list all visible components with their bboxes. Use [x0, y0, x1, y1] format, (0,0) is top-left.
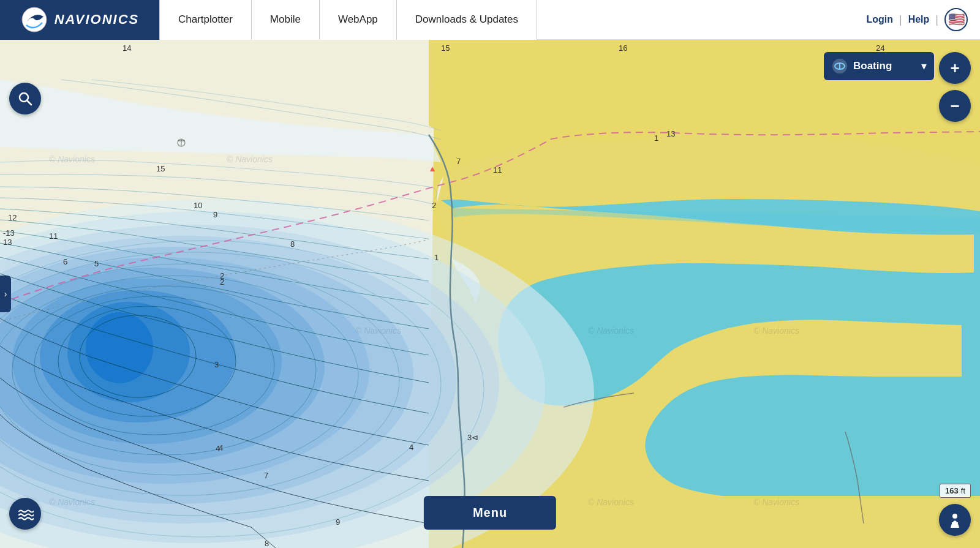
menu-button[interactable]: Menu [424, 496, 556, 530]
map-background: © Navionics © Navionics © Navionics © Na… [0, 40, 980, 548]
svg-point-68 [952, 514, 957, 519]
logo-area: NAVIONICS [0, 0, 159, 40]
chevron-down-icon: ▾ [921, 59, 927, 73]
svg-text:8: 8 [290, 239, 295, 249]
chevron-right-icon: › [4, 289, 7, 299]
svg-text:© Navionics: © Navionics [355, 326, 401, 336]
map-left-controls [9, 83, 41, 114]
svg-text:4: 4 [219, 443, 223, 452]
navionics-small-icon [831, 58, 848, 75]
nav-mobile[interactable]: Mobile [252, 0, 320, 40]
navbar: NAVIONICS Chartplotter Mobile WebApp Dow… [0, 0, 980, 40]
nav-right: Login | Help | 🇺🇸 [866, 8, 968, 31]
map-container[interactable]: © Navionics © Navionics © Navionics © Na… [0, 40, 980, 548]
login-link[interactable]: Login [866, 14, 893, 25]
nav-webapp[interactable]: WebApp [320, 0, 397, 40]
svg-text:9: 9 [336, 517, 340, 527]
help-link[interactable]: Help [908, 14, 930, 25]
svg-text:3: 3 [214, 360, 219, 369]
navionics-logo-icon [20, 6, 48, 34]
svg-text:1: 1 [434, 253, 439, 262]
nav-divider-2: | [935, 13, 938, 26]
person-icon [947, 512, 963, 528]
scale-unit: ft [961, 486, 965, 495]
svg-line-67 [27, 100, 31, 105]
svg-text:4: 4 [409, 443, 413, 452]
svg-text:16: 16 [619, 43, 627, 53]
nav-chartplotter[interactable]: Chartplotter [159, 0, 252, 40]
svg-text:2: 2 [432, 201, 436, 210]
person-location-button[interactable] [939, 504, 971, 536]
search-button[interactable] [9, 83, 41, 114]
svg-text:15: 15 [156, 164, 165, 173]
scale-bar: 163 ft [940, 484, 971, 498]
svg-point-12 [86, 312, 153, 383]
svg-text:3⊲: 3⊲ [467, 433, 478, 442]
waves-icon [17, 505, 34, 522]
layer-label: Boating [853, 60, 916, 72]
svg-text:9: 9 [213, 210, 217, 219]
scale-value: 163 [945, 486, 959, 495]
svg-text:10: 10 [194, 201, 202, 210]
svg-text:© Navionics: © Navionics [49, 154, 95, 164]
zoom-in-button[interactable]: + [939, 52, 971, 84]
svg-text:2: 2 [220, 271, 224, 280]
svg-text:© Navionics: © Navionics [588, 326, 634, 336]
nav-divider-1: | [899, 13, 902, 26]
logo-text: NAVIONICS [55, 12, 140, 28]
flag-button[interactable]: 🇺🇸 [944, 8, 968, 31]
nav-links: Chartplotter Mobile WebApp Downloads & U… [159, 0, 866, 40]
zoom-out-button[interactable]: − [939, 90, 971, 122]
svg-text:24: 24 [876, 43, 884, 53]
svg-text:© Navionics: © Navionics [227, 154, 273, 164]
svg-text:6: 6 [63, 257, 67, 266]
svg-text:11: 11 [493, 165, 502, 175]
svg-text:1: 1 [654, 133, 658, 143]
svg-text:© Navionics: © Navionics [753, 326, 799, 336]
layers-button[interactable] [9, 498, 41, 530]
slide-panel-handle[interactable]: › [0, 276, 11, 312]
svg-text:11: 11 [49, 231, 58, 241]
svg-text:© Navionics: © Navionics [49, 497, 95, 507]
nav-downloads[interactable]: Downloads & Updates [397, 0, 537, 40]
svg-text:15: 15 [441, 43, 450, 53]
svg-text:7: 7 [456, 157, 461, 166]
svg-text:14: 14 [123, 43, 131, 53]
layer-selector[interactable]: Boating ▾ [824, 52, 934, 80]
svg-text:© Navionics: © Navionics [753, 497, 799, 507]
svg-text:8: 8 [265, 539, 269, 548]
svg-text:© Navionics: © Navionics [588, 497, 634, 507]
svg-text:-13: -13 [3, 228, 15, 238]
svg-text:13: 13 [3, 238, 12, 247]
svg-text:13: 13 [666, 129, 675, 138]
search-icon [17, 91, 33, 107]
bottom-right-controls: 163 ft [939, 484, 971, 536]
svg-text:5: 5 [94, 259, 99, 268]
svg-text:7: 7 [264, 471, 268, 480]
svg-text:12: 12 [8, 213, 17, 222]
zoom-controls: + − [939, 52, 971, 122]
